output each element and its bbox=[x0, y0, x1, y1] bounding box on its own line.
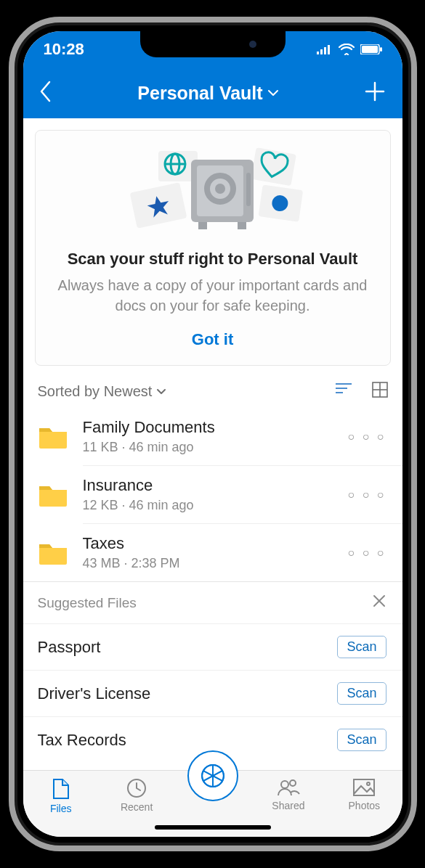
battery-icon bbox=[360, 44, 382, 54]
tab-shared[interactable]: Shared bbox=[251, 778, 326, 811]
nav-title-dropdown[interactable]: Personal Vault bbox=[137, 83, 278, 104]
more-button[interactable]: ○ ○ ○ bbox=[348, 546, 386, 560]
svg-rect-6 bbox=[380, 47, 382, 52]
file-icon bbox=[52, 778, 70, 800]
grid-view-button[interactable] bbox=[372, 382, 388, 401]
promo-illustration bbox=[53, 144, 373, 238]
cellular-icon bbox=[317, 44, 333, 54]
sort-dropdown[interactable]: Sorted by Newest bbox=[38, 383, 167, 400]
chevron-left-icon bbox=[39, 81, 52, 102]
tab-recent[interactable]: Recent bbox=[99, 778, 174, 813]
tab-photos[interactable]: Photos bbox=[326, 778, 402, 811]
image-icon bbox=[352, 778, 376, 797]
tab-label: Photos bbox=[349, 800, 381, 811]
clock-icon bbox=[126, 778, 147, 798]
promo-title: Scan your stuff right to Personal Vault bbox=[53, 250, 373, 269]
svg-rect-2 bbox=[324, 47, 326, 54]
tab-files[interactable]: Files bbox=[23, 778, 99, 814]
promo-card: Scan your stuff right to Personal Vault … bbox=[35, 130, 391, 366]
suggested-item: Driver's License Scan bbox=[23, 670, 402, 716]
svg-point-21 bbox=[215, 184, 225, 194]
sort-label-text: Sorted by Newest bbox=[38, 383, 153, 400]
grid-icon bbox=[372, 382, 388, 398]
suggested-item: Passport Scan bbox=[23, 623, 402, 670]
suggested-name: Driver's License bbox=[38, 684, 151, 703]
file-list: Family Documents 11 KB · 46 min ago ○ ○ … bbox=[23, 408, 402, 581]
list-item[interactable]: Family Documents 11 KB · 46 min ago ○ ○ … bbox=[38, 408, 402, 465]
more-button[interactable]: ○ ○ ○ bbox=[348, 430, 386, 443]
promo-subtitle: Always have a copy of your important car… bbox=[53, 276, 373, 316]
nav-bar: Personal Vault bbox=[23, 67, 402, 118]
home-indicator[interactable] bbox=[155, 825, 271, 830]
chevron-down-icon bbox=[156, 388, 166, 395]
page-title: Personal Vault bbox=[137, 83, 262, 104]
scan-button[interactable]: Scan bbox=[337, 729, 386, 751]
list-icon bbox=[336, 382, 352, 395]
tab-bar: Files Recent Shared Photos bbox=[23, 770, 402, 837]
close-icon bbox=[372, 594, 386, 608]
promo-dismiss-button[interactable]: Got it bbox=[192, 330, 233, 349]
svg-rect-3 bbox=[328, 45, 330, 54]
file-meta: 12 KB · 46 min ago bbox=[83, 498, 348, 513]
chevron-down-icon bbox=[267, 89, 279, 97]
more-button[interactable]: ○ ○ ○ bbox=[348, 488, 386, 501]
file-name: Insurance bbox=[83, 476, 348, 495]
svg-point-34 bbox=[281, 781, 288, 788]
back-button[interactable] bbox=[39, 81, 52, 105]
tab-label: Recent bbox=[121, 801, 153, 813]
aperture-icon bbox=[200, 763, 226, 789]
wifi-icon bbox=[339, 44, 355, 55]
people-icon bbox=[277, 778, 300, 797]
list-item[interactable]: Insurance 12 KB · 46 min ago ○ ○ ○ bbox=[38, 466, 402, 523]
tab-label: Files bbox=[50, 803, 72, 814]
vault-illustration-icon bbox=[118, 144, 307, 238]
scan-button[interactable]: Scan bbox=[337, 636, 386, 658]
notch bbox=[140, 31, 286, 57]
svg-rect-1 bbox=[320, 49, 323, 54]
status-time: 10:28 bbox=[44, 40, 84, 59]
content-area: Scan your stuff right to Personal Vault … bbox=[23, 118, 402, 770]
suggested-title: Suggested Files bbox=[38, 595, 137, 611]
svg-rect-22 bbox=[246, 173, 251, 206]
status-indicators bbox=[317, 44, 382, 55]
folder-icon bbox=[38, 540, 68, 566]
suggested-name: Tax Records bbox=[38, 731, 126, 750]
folder-icon bbox=[38, 482, 68, 508]
list-item[interactable]: Taxes 43 MB · 2:38 PM ○ ○ ○ bbox=[38, 524, 402, 581]
tab-label: Shared bbox=[272, 800, 304, 811]
screen: 10:28 Personal Vault bbox=[23, 31, 402, 837]
file-meta: 43 MB · 2:38 PM bbox=[83, 556, 348, 571]
svg-rect-23 bbox=[198, 222, 207, 229]
sort-row: Sorted by Newest bbox=[23, 377, 402, 408]
file-name: Family Documents bbox=[83, 418, 348, 437]
plus-icon bbox=[364, 81, 386, 102]
list-view-button[interactable] bbox=[336, 382, 352, 401]
svg-point-37 bbox=[367, 782, 370, 785]
close-suggested-button[interactable] bbox=[372, 594, 386, 612]
svg-rect-36 bbox=[354, 779, 374, 795]
suggested-name: Passport bbox=[38, 638, 101, 657]
svg-point-35 bbox=[290, 780, 296, 786]
scan-button[interactable]: Scan bbox=[337, 682, 386, 705]
suggested-header: Suggested Files bbox=[23, 581, 402, 623]
file-meta: 11 KB · 46 min ago bbox=[83, 440, 348, 455]
phone-frame: 10:28 Personal Vault bbox=[9, 17, 417, 851]
camera-scan-button[interactable] bbox=[187, 750, 238, 801]
add-button[interactable] bbox=[364, 81, 386, 105]
svg-rect-24 bbox=[238, 222, 246, 229]
svg-rect-5 bbox=[362, 46, 378, 53]
file-name: Taxes bbox=[83, 534, 348, 553]
folder-icon bbox=[38, 424, 68, 450]
svg-rect-0 bbox=[317, 52, 319, 54]
